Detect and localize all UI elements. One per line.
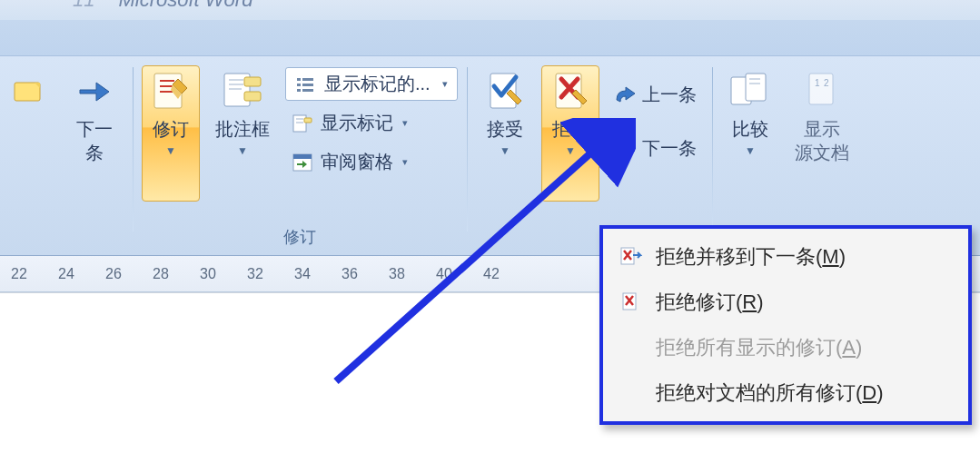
list-icon bbox=[295, 74, 317, 95]
menu-item-label: 拒绝修订(R) bbox=[656, 289, 764, 316]
ribbon-tab-strip bbox=[0, 20, 980, 56]
chevron-down-icon: ▼ bbox=[745, 144, 756, 157]
accept-button[interactable]: 接受 ▼ bbox=[476, 65, 534, 202]
ruler-tick: 32 bbox=[243, 266, 267, 282]
svg-rect-15 bbox=[297, 89, 301, 92]
track-changes-icon bbox=[150, 70, 192, 112]
compare-button[interactable]: 比较 ▼ bbox=[721, 65, 779, 202]
show-source-label: 显示 源文档 bbox=[795, 117, 849, 164]
svg-rect-10 bbox=[244, 92, 261, 101]
menu-item-reject-and-next[interactable]: 拒绝并移到下一条(M) bbox=[603, 234, 968, 280]
show-markup-label: 显示标记 bbox=[321, 111, 393, 135]
chevron-down-icon: ▾ bbox=[442, 78, 448, 90]
ruler-tick: 30 bbox=[196, 266, 220, 282]
ruler-tick: 40 bbox=[432, 266, 456, 282]
menu-item-reject-change[interactable]: 拒绝修订(R) bbox=[603, 280, 968, 325]
track-changes-label: 修订 bbox=[153, 117, 189, 141]
next-change-label: 下一条 bbox=[642, 136, 697, 161]
svg-rect-16 bbox=[302, 89, 313, 92]
arrow-right-icon bbox=[74, 70, 115, 112]
arrow-up-right-icon bbox=[613, 84, 635, 106]
display-for-review-label: 显示标记的... bbox=[324, 72, 431, 96]
chevron-down-icon: ▾ bbox=[402, 117, 408, 129]
group-comments-fragment: 下一 条 bbox=[0, 62, 133, 255]
balloons-label: 批注框 bbox=[215, 117, 270, 141]
reject-icon bbox=[619, 291, 643, 314]
chevron-down-icon: ▾ bbox=[402, 156, 408, 168]
note-icon bbox=[8, 70, 50, 112]
reviewing-pane-button[interactable]: 审阅窗格 ▾ bbox=[285, 145, 458, 179]
reject-next-icon bbox=[619, 245, 643, 269]
display-for-review-dropdown[interactable]: 显示标记的... ▾ bbox=[285, 67, 458, 101]
show-source-button[interactable]: 12 显示 源文档 bbox=[787, 65, 857, 202]
svg-text:2: 2 bbox=[824, 78, 829, 88]
reject-icon bbox=[549, 70, 591, 112]
group-changes-label bbox=[587, 229, 591, 253]
balloons-button[interactable]: 批注框 ▼ bbox=[207, 65, 278, 202]
markup-icon bbox=[292, 113, 313, 134]
ruler-tick: 38 bbox=[385, 266, 409, 282]
svg-rect-20 bbox=[304, 118, 312, 123]
next-change-button[interactable]: 下一条 bbox=[607, 132, 703, 165]
title-bar: 11 Microsoft Word bbox=[0, 0, 980, 20]
blank-icon bbox=[619, 336, 643, 360]
svg-text:1: 1 bbox=[815, 78, 820, 88]
reject-label: 拒绝 bbox=[552, 117, 589, 141]
show-markup-button[interactable]: 显示标记 ▾ bbox=[285, 106, 458, 140]
next-comment-label: 下一 条 bbox=[76, 117, 113, 164]
chevron-down-icon: ▼ bbox=[500, 144, 510, 157]
svg-rect-11 bbox=[297, 78, 301, 81]
svg-rect-13 bbox=[297, 84, 301, 86]
previous-change-button[interactable]: 上一条 bbox=[607, 78, 703, 112]
pane-icon bbox=[292, 152, 313, 173]
ruler-tick: 28 bbox=[149, 266, 173, 282]
blank-icon bbox=[619, 381, 643, 405]
ruler-tick: 24 bbox=[54, 266, 78, 282]
menu-item-reject-all-shown: 拒绝所有显示的修订(A) bbox=[603, 325, 968, 370]
group-tracking-label: 修订 bbox=[283, 226, 316, 253]
previous-change-label: 上一条 bbox=[642, 83, 697, 107]
accept-label: 接受 bbox=[487, 117, 523, 141]
svg-rect-17 bbox=[293, 115, 306, 132]
ruler-tick: 42 bbox=[480, 266, 503, 282]
source-doc-icon: 12 bbox=[801, 70, 843, 112]
tracking-options-list: 显示标记的... ▾ 显示标记 ▾ 审阅窗格 ▾ bbox=[285, 65, 458, 179]
svg-rect-22 bbox=[293, 154, 312, 159]
ruler-tick: 34 bbox=[291, 266, 314, 282]
compare-label: 比较 bbox=[732, 117, 768, 141]
prev-unknown-button[interactable] bbox=[0, 65, 58, 202]
reject-dropdown-menu: 拒绝并移到下一条(M) 拒绝修订(R) 拒绝所有显示的修订(A) 拒绝对文档的所… bbox=[599, 225, 972, 425]
svg-rect-29 bbox=[809, 74, 833, 104]
nav-change-list: 上一条 下一条 bbox=[607, 65, 703, 165]
menu-item-label: 拒绝对文档的所有修订(D) bbox=[656, 379, 884, 407]
svg-rect-26 bbox=[746, 74, 766, 101]
track-changes-button[interactable]: 修订 ▼ bbox=[142, 65, 200, 202]
accept-icon bbox=[484, 70, 526, 112]
next-comment-button[interactable]: 下一 条 bbox=[65, 65, 124, 202]
reject-button[interactable]: 拒绝 ▼ bbox=[541, 65, 599, 202]
ruler-tick: 22 bbox=[7, 266, 31, 282]
svg-rect-14 bbox=[302, 84, 313, 86]
compare-icon bbox=[729, 70, 771, 112]
menu-item-label: 拒绝所有显示的修订(A) bbox=[656, 334, 862, 361]
chevron-down-icon: ▼ bbox=[565, 144, 576, 157]
ruler-tick: 36 bbox=[338, 266, 361, 282]
svg-rect-12 bbox=[302, 78, 313, 81]
menu-item-label: 拒绝并移到下一条(M) bbox=[656, 243, 846, 271]
group-label-spacer bbox=[59, 229, 64, 253]
chevron-down-icon: ▼ bbox=[237, 144, 248, 157]
group-tracking: 修订 ▼ 批注框 ▼ 显示标记的... ▾ bbox=[133, 62, 467, 255]
svg-rect-0 bbox=[15, 83, 40, 101]
reviewing-pane-label: 审阅窗格 bbox=[321, 150, 393, 174]
balloons-icon bbox=[222, 70, 263, 112]
svg-rect-9 bbox=[244, 77, 261, 86]
arrow-down-right-icon bbox=[613, 138, 635, 160]
chevron-down-icon: ▼ bbox=[165, 144, 176, 157]
menu-item-reject-all[interactable]: 拒绝对文档的所有修订(D) bbox=[603, 370, 968, 416]
ruler-tick: 26 bbox=[102, 266, 125, 282]
